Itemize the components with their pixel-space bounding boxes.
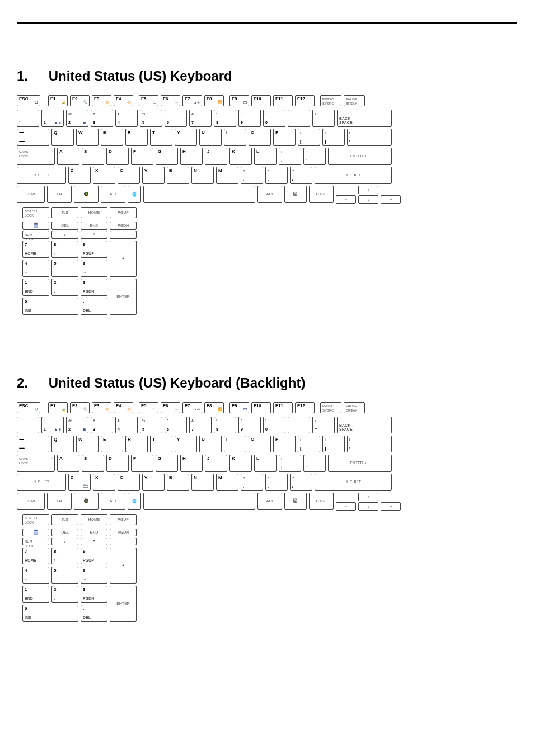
key-d-label: D xyxy=(109,149,112,154)
key-minus-label: _ xyxy=(290,112,292,115)
key-tab: ⟵⟶ xyxy=(17,436,49,452)
key-minus-label: _ xyxy=(290,419,292,422)
key-z: Z xyxy=(68,167,91,184)
key-esc-label: ESC xyxy=(19,403,28,408)
right-arrow: → xyxy=(389,505,393,509)
svg-point-35 xyxy=(34,533,35,534)
key-2-label: @ xyxy=(68,419,72,422)
key-enter: ENTER ⟵ xyxy=(328,455,392,472)
key-f6: F6▾▫ xyxy=(161,402,180,413)
settings-icon: 🗔 xyxy=(243,101,247,105)
key-8-label: 8 xyxy=(216,120,218,125)
pgdn-label: PGDN xyxy=(118,223,129,228)
scroll-lock-label: SCROLL LOCK xyxy=(25,209,38,217)
key-h-label: H xyxy=(182,149,186,154)
home-label: HOME xyxy=(88,211,100,215)
key-u-label: U xyxy=(202,437,205,442)
key-f5: F5🖵 xyxy=(139,402,158,413)
key-j-label: J xyxy=(207,149,209,154)
keyboard-backlight-icon xyxy=(83,484,88,488)
key-np-5: 5— xyxy=(51,567,78,584)
key-a: A xyxy=(57,148,79,165)
svg-point-14 xyxy=(34,226,35,227)
touchpad-icon: ▾▫ xyxy=(175,101,178,105)
npdot-sub: DEL xyxy=(83,309,91,313)
key-w: W xyxy=(76,436,99,452)
key-3: #3 xyxy=(91,417,113,433)
key-capslock-label: CAPS LOCK xyxy=(19,150,28,158)
key-np-slash: / xyxy=(51,231,78,239)
svg-point-37 xyxy=(37,533,38,534)
key-quote: "' xyxy=(303,148,326,165)
backspace-label: BACK SPACE xyxy=(339,423,353,432)
key-comma-label: , xyxy=(243,178,244,182)
key-x-label: X xyxy=(95,475,98,480)
key-ctrl-left: CTRL xyxy=(17,186,45,203)
key-y-label: Y xyxy=(177,437,180,442)
key-esc-label: ESC xyxy=(19,96,28,101)
keyboard-backlight-icon xyxy=(83,484,88,489)
key-f10: F10 xyxy=(251,95,271,106)
key-win xyxy=(74,493,99,510)
svg-rect-1 xyxy=(85,192,86,193)
key-np-dot: .DEL xyxy=(81,298,107,315)
key-f12-label: F12 xyxy=(297,403,305,408)
scroll-lock-label: SCROLL LOCK xyxy=(25,516,38,524)
key-np-5-label: 5 xyxy=(54,568,56,573)
key-b: B xyxy=(167,474,189,491)
np1-sub: END xyxy=(25,596,33,601)
key-f1-label: F1 xyxy=(50,96,55,101)
key-f7-label: F7 xyxy=(185,96,190,101)
key-period: >. xyxy=(265,167,288,184)
key-backslash-label: | xyxy=(349,131,350,134)
np-plus-label: + xyxy=(122,563,124,568)
brightness-down-icon: 🔅 xyxy=(105,101,109,105)
del-label: DEL xyxy=(61,223,69,228)
menu-icon xyxy=(293,498,298,503)
key-right: → xyxy=(381,195,401,204)
key-np-calc xyxy=(22,529,49,536)
pgup-label: PGUP xyxy=(118,517,129,522)
key-np-4-label: 4 xyxy=(25,568,27,573)
key-np-8-label: 8 xyxy=(54,549,56,554)
key-f7: F7▲⊘ xyxy=(182,402,202,413)
key-equals-label: = xyxy=(315,427,317,432)
key-quote-label: " xyxy=(306,150,307,153)
key-6-label: ^ xyxy=(167,419,168,422)
key-o-label: O xyxy=(251,130,254,135)
key-0: )0 xyxy=(263,110,285,127)
key-f-label: F xyxy=(133,149,136,154)
key-w-label: W xyxy=(78,130,83,135)
caps-led: ○ xyxy=(50,150,53,153)
key-3-label: 3 xyxy=(93,120,95,125)
key-capslock: CAPS LOCK○ xyxy=(17,148,55,165)
key-minus: _– xyxy=(288,110,310,127)
windows-logo-icon xyxy=(84,498,88,503)
touchpad-icon: ▾▫ xyxy=(175,408,178,412)
key-e-label: E xyxy=(103,130,106,135)
key-0-label: ) xyxy=(265,419,266,422)
key-slash: ?/ xyxy=(290,474,312,491)
key-backslash: |\ xyxy=(347,129,392,146)
key-g: G xyxy=(156,148,178,165)
key-ime: 🌐 xyxy=(128,493,141,510)
key-f1: F1🔒 xyxy=(48,402,68,413)
np-slash-label: / xyxy=(64,232,65,237)
key-1: !1▶⏸ xyxy=(41,110,64,127)
key-d-label: D xyxy=(109,456,112,461)
menu-icon xyxy=(293,192,298,196)
key-a: A xyxy=(57,455,79,472)
key-4-label: 4 xyxy=(118,427,120,432)
key-tilde: ~` xyxy=(17,417,39,433)
key-ctrl-right: CTRL xyxy=(309,186,334,203)
key-e-label: E xyxy=(103,437,106,442)
key-space xyxy=(143,186,255,203)
key-shift-left: ⇧ SHIFT xyxy=(17,474,66,491)
key-h: H xyxy=(180,148,203,165)
key-a-label: A xyxy=(59,456,63,461)
key-quote-label: ' xyxy=(306,158,307,163)
key-backslash: |\ xyxy=(347,436,392,452)
key-q-label: Q xyxy=(54,130,57,135)
np6-sub: → xyxy=(83,577,87,582)
key-period-label: > xyxy=(268,476,270,479)
